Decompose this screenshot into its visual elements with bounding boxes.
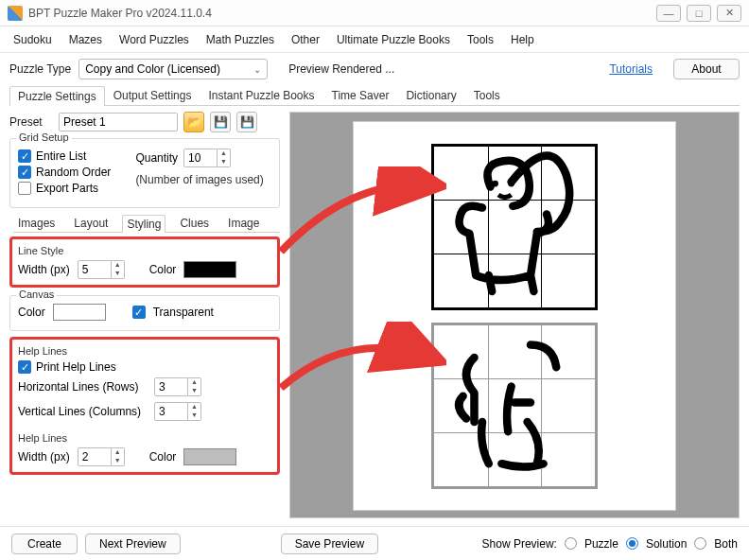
tab-dictionary[interactable]: Dictionary bbox=[397, 85, 464, 105]
menu-other[interactable]: Other bbox=[291, 33, 320, 46]
tab-output-settings[interactable]: Output Settings bbox=[105, 85, 200, 105]
preview-status: Preview Rendered ... bbox=[288, 62, 394, 76]
help-lines-title: Help Lines bbox=[18, 345, 271, 357]
entire-list-label: Entire List bbox=[36, 149, 86, 163]
tab-instant-puzzle-books[interactable]: Instant Puzzle Books bbox=[200, 85, 322, 105]
quantity-input[interactable] bbox=[183, 149, 218, 167]
menu-sudoku[interactable]: Sudoku bbox=[13, 33, 52, 46]
save-preset-button[interactable]: 💾 bbox=[210, 112, 231, 132]
next-preview-button[interactable]: Next Preview bbox=[85, 534, 181, 554]
preview-image-top bbox=[431, 144, 598, 310]
menu-word-puzzles[interactable]: Word Puzzles bbox=[119, 33, 189, 46]
grid-setup-title: Grid Setup bbox=[16, 131, 72, 143]
save-icon: 💾 bbox=[214, 115, 228, 129]
rows-label: Horizontal Lines (Rows) bbox=[18, 380, 147, 394]
random-order-checkbox[interactable]: ✓ bbox=[18, 166, 31, 179]
preview-page bbox=[354, 122, 675, 510]
radio-both[interactable] bbox=[694, 537, 706, 550]
help-color-swatch[interactable] bbox=[183, 448, 236, 465]
svg-point-0 bbox=[492, 180, 498, 186]
help-width-input[interactable] bbox=[78, 447, 112, 466]
puzzle-type-select[interactable]: Copy and Color (Licensed) ⌄ bbox=[78, 59, 268, 79]
chevron-down-icon: ⌄ bbox=[253, 64, 261, 75]
menu-math-puzzles[interactable]: Math Puzzles bbox=[206, 33, 274, 46]
innertab-layout[interactable]: Layout bbox=[69, 214, 113, 232]
radio-solution-label: Solution bbox=[646, 537, 687, 551]
menu-ultimate-puzzle-books[interactable]: Ultimate Puzzle Books bbox=[337, 33, 450, 46]
puzzle-type-value: Copy and Color (Licensed) bbox=[85, 62, 220, 76]
rows-input[interactable] bbox=[154, 377, 188, 396]
save-as-icon: 💾 bbox=[240, 115, 254, 129]
line-width-input[interactable] bbox=[78, 260, 112, 279]
line-color-label: Color bbox=[149, 263, 177, 276]
folder-icon: 📂 bbox=[187, 115, 201, 129]
save-preview-button[interactable]: Save Preview bbox=[281, 534, 378, 554]
innertab-styling[interactable]: Styling bbox=[122, 215, 165, 233]
save-preset-as-button[interactable]: 💾 bbox=[236, 112, 257, 132]
tab-puzzle-settings[interactable]: Puzzle Settings bbox=[9, 86, 105, 106]
innertab-clues[interactable]: Clues bbox=[175, 214, 214, 232]
radio-solution[interactable] bbox=[626, 537, 638, 550]
show-preview-label: Show Preview: bbox=[482, 537, 557, 551]
transparent-checkbox[interactable]: ✓ bbox=[132, 306, 146, 319]
help-width-stepper[interactable]: ▲▼ bbox=[78, 447, 125, 466]
menu-tools[interactable]: Tools bbox=[467, 33, 494, 46]
line-color-swatch[interactable] bbox=[183, 261, 236, 278]
innertab-image[interactable]: Image bbox=[223, 214, 264, 232]
about-button[interactable]: About bbox=[673, 59, 740, 79]
help-lines-sub-title: Help Lines bbox=[18, 432, 271, 444]
random-order-label: Random Order bbox=[36, 166, 111, 179]
preset-label: Preset bbox=[9, 115, 53, 129]
window-title: BPT Puzzle Maker Pro v2024.11.0.4 bbox=[28, 7, 656, 20]
minimize-button[interactable]: — bbox=[656, 5, 681, 22]
line-width-label: Width (px) bbox=[18, 263, 70, 276]
puzzle-type-label: Puzzle Type bbox=[9, 62, 71, 76]
quantity-stepper[interactable]: ▲▼ bbox=[183, 149, 231, 167]
preview-pane bbox=[289, 112, 740, 518]
print-help-lines-checkbox[interactable]: ✓ bbox=[18, 360, 31, 374]
quantity-label: Quantity bbox=[135, 151, 178, 165]
rows-stepper[interactable]: ▲▼ bbox=[154, 377, 201, 396]
print-help-lines-label: Print Help Lines bbox=[36, 360, 116, 374]
help-width-label: Width (px) bbox=[18, 450, 70, 464]
line-width-stepper[interactable]: ▲▼ bbox=[78, 260, 125, 279]
quantity-note: (Number of images used) bbox=[135, 173, 263, 186]
tab-time-saver[interactable]: Time Saver bbox=[323, 85, 398, 105]
menu-help[interactable]: Help bbox=[511, 33, 534, 46]
open-preset-button[interactable]: 📂 bbox=[183, 112, 204, 132]
close-button[interactable]: ✕ bbox=[717, 5, 741, 22]
radio-puzzle-label: Puzzle bbox=[584, 537, 618, 551]
help-color-label: Color bbox=[149, 450, 177, 464]
cols-label: Vertical Lines (Columns) bbox=[18, 405, 147, 418]
line-style-title: Line Style bbox=[18, 245, 271, 256]
menubar: Sudoku Mazes Word Puzzles Math Puzzles O… bbox=[0, 26, 749, 53]
radio-puzzle[interactable] bbox=[565, 537, 577, 550]
app-icon bbox=[8, 6, 23, 21]
transparent-label: Transparent bbox=[153, 306, 214, 319]
canvas-color-label: Color bbox=[18, 306, 45, 319]
cols-input[interactable] bbox=[154, 402, 188, 421]
export-parts-checkbox[interactable] bbox=[18, 182, 31, 195]
preset-input[interactable] bbox=[59, 113, 178, 131]
tutorials-link[interactable]: Tutorials bbox=[609, 62, 653, 76]
menu-mazes[interactable]: Mazes bbox=[69, 33, 102, 46]
maximize-button[interactable]: □ bbox=[687, 5, 711, 22]
entire-list-checkbox[interactable]: ✓ bbox=[18, 149, 31, 163]
export-parts-label: Export Parts bbox=[36, 182, 98, 195]
canvas-color-swatch[interactable] bbox=[53, 304, 106, 321]
create-button[interactable]: Create bbox=[11, 534, 78, 554]
cols-stepper[interactable]: ▲▼ bbox=[154, 402, 201, 421]
canvas-title: Canvas bbox=[16, 289, 57, 300]
svg-point-1 bbox=[508, 180, 514, 186]
innertab-images[interactable]: Images bbox=[13, 214, 60, 232]
tab-tools[interactable]: Tools bbox=[465, 85, 509, 105]
radio-both-label: Both bbox=[714, 537, 738, 551]
preview-image-bottom bbox=[431, 323, 598, 489]
